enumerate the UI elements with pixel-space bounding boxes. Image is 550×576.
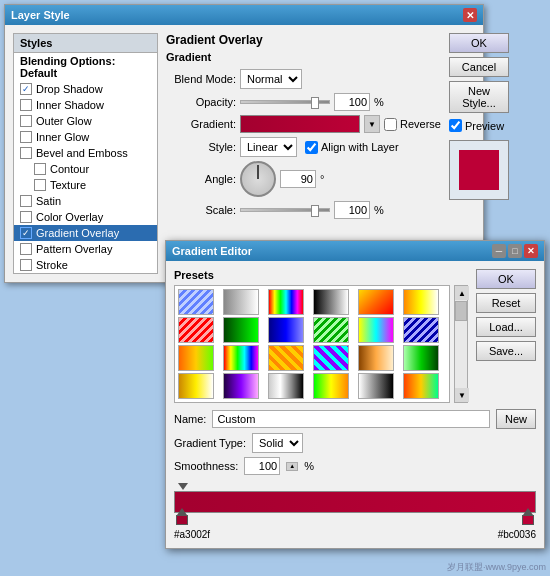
smoothness-input[interactable] (244, 457, 280, 475)
preset-14[interactable] (223, 345, 259, 371)
style-select[interactable]: Linear (240, 137, 297, 157)
sidebar-item-pattern-overlay[interactable]: Pattern Overlay (14, 241, 157, 257)
ge-save-button[interactable]: Save... (476, 341, 536, 361)
inner-shadow-checkbox[interactable] (20, 99, 32, 111)
align-layer-checkbox[interactable] (305, 141, 318, 154)
opacity-slider[interactable] (240, 100, 330, 104)
blend-mode-select[interactable]: Normal (240, 69, 302, 89)
bevel-emboss-checkbox[interactable] (20, 147, 32, 159)
preset-22[interactable] (313, 373, 349, 399)
ge-ok-button[interactable]: OK (476, 269, 536, 289)
texture-checkbox[interactable] (34, 179, 46, 191)
preset-17[interactable] (358, 345, 394, 371)
opacity-input[interactable] (334, 93, 370, 111)
left-color-stop[interactable] (176, 508, 188, 525)
gradient-bar-container: #a3002f #bc0036 (174, 479, 536, 540)
sidebar-item-texture[interactable]: Texture (14, 177, 157, 193)
sidebar-item-inner-shadow[interactable]: Inner Shadow (14, 97, 157, 113)
ok-button[interactable]: OK (449, 33, 509, 53)
scroll-down-button[interactable]: ▼ (455, 388, 469, 402)
preset-11[interactable] (358, 317, 394, 343)
sidebar-item-contour[interactable]: Contour (14, 161, 157, 177)
preset-16[interactable] (313, 345, 349, 371)
opacity-stop-icon[interactable] (178, 483, 188, 490)
styles-sidebar: Styles Blending Options: Default ✓ Drop … (13, 33, 158, 274)
ge-load-button[interactable]: Load... (476, 317, 536, 337)
ge-reset-button[interactable]: Reset (476, 293, 536, 313)
preset-15[interactable] (268, 345, 304, 371)
gradient-swatch[interactable] (240, 115, 360, 133)
drop-shadow-checkbox[interactable]: ✓ (20, 83, 32, 95)
preset-2[interactable] (223, 289, 259, 315)
ge-minimize-icon[interactable]: ─ (492, 244, 506, 258)
gradient-dropdown-arrow[interactable]: ▼ (364, 115, 380, 133)
stroke-checkbox[interactable] (20, 259, 32, 271)
preset-7[interactable] (178, 317, 214, 343)
angle-input[interactable] (280, 170, 316, 188)
scale-label: Scale: (166, 204, 236, 216)
blending-options-label: Blending Options: Default (20, 55, 151, 79)
preset-21[interactable] (268, 373, 304, 399)
sidebar-item-blending-options[interactable]: Blending Options: Default (14, 53, 157, 81)
contour-checkbox[interactable] (34, 163, 46, 175)
texture-label: Texture (50, 179, 86, 191)
sidebar-item-outer-glow[interactable]: Outer Glow (14, 113, 157, 129)
preset-9[interactable] (268, 317, 304, 343)
new-style-button[interactable]: New Style... (449, 81, 509, 113)
preset-1[interactable] (178, 289, 214, 315)
preset-6[interactable] (403, 289, 439, 315)
color-stops-area (174, 513, 536, 527)
reverse-checkbox[interactable] (384, 118, 397, 131)
ge-close-icon[interactable]: ✕ (524, 244, 538, 258)
satin-checkbox[interactable] (20, 195, 32, 207)
sidebar-item-stroke[interactable]: Stroke (14, 257, 157, 273)
smoothness-spinner-up[interactable]: ▲ (286, 462, 298, 471)
preset-4[interactable] (313, 289, 349, 315)
preset-13[interactable] (178, 345, 214, 371)
opacity-unit: % (374, 96, 384, 108)
preset-19[interactable] (178, 373, 214, 399)
angle-dial[interactable] (240, 161, 276, 197)
gradient-overlay-checkbox[interactable]: ✓ (20, 227, 32, 239)
preview-inner (459, 150, 499, 190)
preset-8[interactable] (223, 317, 259, 343)
scale-input[interactable] (334, 201, 370, 219)
preset-24[interactable] (403, 373, 439, 399)
preset-18[interactable] (403, 345, 439, 371)
sidebar-item-bevel-emboss[interactable]: Bevel and Emboss (14, 145, 157, 161)
preset-23[interactable] (358, 373, 394, 399)
preset-3[interactable] (268, 289, 304, 315)
scale-row: Scale: % (166, 201, 441, 219)
gradient-row: Gradient: ▼ Reverse (166, 115, 441, 133)
preview-checkbox[interactable] (449, 119, 462, 132)
sidebar-item-inner-glow[interactable]: Inner Glow (14, 129, 157, 145)
outer-glow-checkbox[interactable] (20, 115, 32, 127)
ge-new-button[interactable]: New (496, 409, 536, 429)
sidebar-item-satin[interactable]: Satin (14, 193, 157, 209)
scale-slider[interactable] (240, 208, 330, 212)
watermark: 岁月联盟·www.9pye.com (447, 561, 546, 574)
scroll-thumb[interactable] (455, 301, 467, 321)
pattern-overlay-checkbox[interactable] (20, 243, 32, 255)
sidebar-item-gradient-overlay[interactable]: ✓ Gradient Overlay (14, 225, 157, 241)
preset-10[interactable] (313, 317, 349, 343)
scroll-up-button[interactable]: ▲ (455, 286, 469, 300)
align-layer-check-label[interactable]: Align with Layer (305, 141, 399, 154)
ge-maximize-icon[interactable]: □ (508, 244, 522, 258)
right-color-stop[interactable] (522, 508, 534, 525)
preset-12[interactable] (403, 317, 439, 343)
close-icon[interactable]: ✕ (463, 8, 477, 22)
color-overlay-checkbox[interactable] (20, 211, 32, 223)
preset-20[interactable] (223, 373, 259, 399)
gradient-type-select[interactable]: Solid (252, 433, 303, 453)
dial-line (257, 165, 259, 179)
sidebar-item-drop-shadow[interactable]: ✓ Drop Shadow (14, 81, 157, 97)
inner-glow-checkbox[interactable] (20, 131, 32, 143)
name-input[interactable] (212, 410, 490, 428)
preview-check-label[interactable]: Preview (449, 119, 509, 132)
cancel-button[interactable]: Cancel (449, 57, 509, 77)
reverse-check-label[interactable]: Reverse (384, 118, 441, 131)
gradient-preview-bar[interactable] (174, 491, 536, 513)
sidebar-item-color-overlay[interactable]: Color Overlay (14, 209, 157, 225)
preset-5[interactable] (358, 289, 394, 315)
